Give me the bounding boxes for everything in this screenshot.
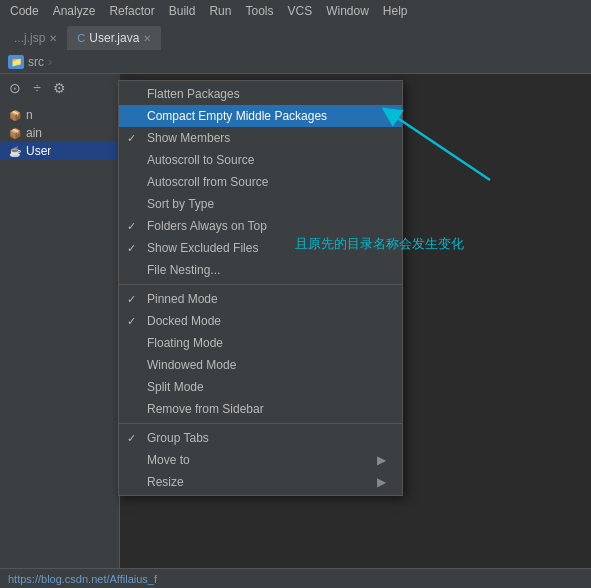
ctx-sort-type-label: Sort by Type	[147, 197, 214, 211]
tab-java-icon: C	[77, 32, 85, 44]
ctx-split-label: Split Mode	[147, 380, 204, 394]
ctx-remove-sidebar[interactable]: Remove from Sidebar	[119, 398, 402, 420]
breadcrumb-separator: ›	[48, 55, 52, 69]
package-icon-2: 📦	[8, 126, 22, 140]
ctx-flatten-label: Flatten Packages	[147, 87, 240, 101]
ctx-separator-2	[119, 423, 402, 424]
ctx-floating-label: Floating Mode	[147, 336, 223, 350]
ctx-flatten-packages[interactable]: Flatten Packages	[119, 83, 402, 105]
menu-help[interactable]: Help	[377, 2, 414, 20]
breadcrumb-src[interactable]: src	[28, 55, 44, 69]
ctx-autoscroll-from[interactable]: Autoscroll from Source	[119, 171, 402, 193]
sidebar-item-n[interactable]: 📦 n	[0, 106, 119, 124]
tab-java-label: User.java	[89, 31, 139, 45]
sidebar-item-user[interactable]: ☕ User	[0, 142, 119, 160]
toolbar-split-icon[interactable]: ÷	[28, 79, 46, 97]
ctx-windowed-mode[interactable]: Windowed Mode	[119, 354, 402, 376]
ctx-windowed-label: Windowed Mode	[147, 358, 236, 372]
ctx-split-mode[interactable]: Split Mode	[119, 376, 402, 398]
ctx-compact-label: Compact Empty Middle Packages	[147, 109, 327, 123]
ctx-check-excluded: ✓	[127, 242, 136, 255]
ctx-resize-arrow-icon: ▶	[377, 475, 386, 489]
ctx-autoscroll-to-label: Autoscroll to Source	[147, 153, 254, 167]
folder-icon: 📁	[8, 55, 24, 69]
ctx-remove-label: Remove from Sidebar	[147, 402, 264, 416]
tab-java-close[interactable]: ✕	[143, 33, 151, 44]
menu-vcs[interactable]: VCS	[281, 2, 318, 20]
ctx-folders-top-label: Folders Always on Top	[147, 219, 267, 233]
menu-analyze[interactable]: Analyze	[47, 2, 102, 20]
ctx-docked-mode[interactable]: ✓ Docked Mode	[119, 310, 402, 332]
toolbar-refresh-icon[interactable]: ⊙	[6, 79, 24, 97]
ctx-check-folders-top: ✓	[127, 220, 136, 233]
ctx-group-tabs[interactable]: ✓ Group Tabs	[119, 427, 402, 449]
ctx-compact-empty[interactable]: Compact Empty Middle Packages	[119, 105, 402, 127]
package-icon: 📦	[8, 108, 22, 122]
sidebar-item-n-label: n	[26, 108, 33, 122]
ctx-move-to[interactable]: Move to ▶	[119, 449, 402, 471]
ctx-check-group-tabs: ✓	[127, 432, 136, 445]
ctx-excluded-label: Show Excluded Files	[147, 241, 258, 255]
ctx-docked-label: Docked Mode	[147, 314, 221, 328]
context-menu: Flatten Packages Compact Empty Middle Pa…	[118, 80, 403, 496]
menu-window[interactable]: Window	[320, 2, 375, 20]
menu-build[interactable]: Build	[163, 2, 202, 20]
sidebar-item-ain-label: ain	[26, 126, 42, 140]
ctx-folders-top[interactable]: ✓ Folders Always on Top	[119, 215, 402, 237]
ctx-resize-label: Resize	[147, 475, 184, 489]
ctx-autoscroll-from-label: Autoscroll from Source	[147, 175, 268, 189]
breadcrumb-bar: 📁 src ›	[0, 50, 591, 74]
ctx-resize[interactable]: Resize ▶	[119, 471, 402, 493]
ctx-show-members[interactable]: ✓ Show Members	[119, 127, 402, 149]
ctx-move-arrow-icon: ▶	[377, 453, 386, 467]
sidebar-item-user-label: User	[26, 144, 51, 158]
annotation-text: 且原先的目录名称会发生变化	[295, 235, 464, 253]
tab-jsp-close[interactable]: ✕	[49, 33, 57, 44]
ctx-move-label: Move to	[147, 453, 190, 467]
ctx-separator-1	[119, 284, 402, 285]
menu-tools[interactable]: Tools	[239, 2, 279, 20]
ctx-group-tabs-label: Group Tabs	[147, 431, 209, 445]
ctx-file-nesting-label: File Nesting...	[147, 263, 220, 277]
toolbar-area: ⊙ ÷ ⚙	[0, 74, 120, 102]
tab-jsp-label: ...j.jsp	[14, 31, 45, 45]
ctx-autoscroll-to[interactable]: Autoscroll to Source	[119, 149, 402, 171]
java-file-icon: ☕	[8, 144, 22, 158]
ctx-floating-mode[interactable]: Floating Mode	[119, 332, 402, 354]
ctx-show-members-label: Show Members	[147, 131, 230, 145]
ctx-check-pinned: ✓	[127, 293, 136, 306]
ctx-check-show-members: ✓	[127, 132, 136, 145]
tab-bar: ...j.jsp ✕ C User.java ✕	[0, 22, 591, 50]
ctx-pinned-mode[interactable]: ✓ Pinned Mode	[119, 288, 402, 310]
status-bar: https://blog.csdn.net/Affilaius_f	[0, 568, 591, 588]
menu-run[interactable]: Run	[203, 2, 237, 20]
ctx-file-nesting[interactable]: File Nesting...	[119, 259, 402, 281]
menu-bar: Code Analyze Refactor Build Run Tools VC…	[0, 0, 591, 22]
tab-jsp[interactable]: ...j.jsp ✕	[4, 26, 67, 50]
menu-refactor[interactable]: Refactor	[103, 2, 160, 20]
ctx-sort-type[interactable]: Sort by Type	[119, 193, 402, 215]
status-url: https://blog.csdn.net/Affilaius_f	[8, 573, 157, 585]
ctx-pinned-label: Pinned Mode	[147, 292, 218, 306]
ctx-check-docked: ✓	[127, 315, 136, 328]
sidebar: 📦 n 📦 ain ☕ User	[0, 102, 120, 588]
menu-code[interactable]: Code	[4, 2, 45, 20]
toolbar-settings-icon[interactable]: ⚙	[50, 79, 68, 97]
tab-user-java[interactable]: C User.java ✕	[67, 26, 161, 50]
sidebar-item-ain[interactable]: 📦 ain	[0, 124, 119, 142]
